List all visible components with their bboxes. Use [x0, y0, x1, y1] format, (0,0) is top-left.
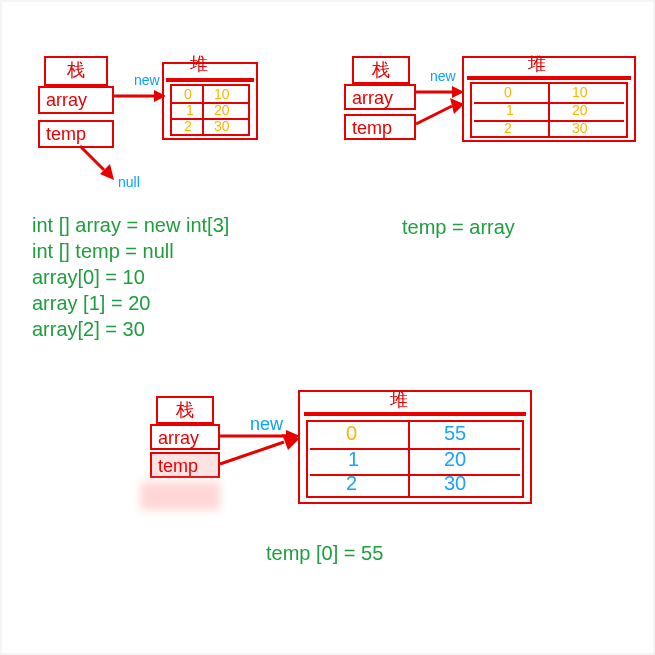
p2-heap-bar: [467, 76, 631, 80]
p2-stack-temp: temp: [344, 114, 416, 140]
p3-array-text: array: [158, 428, 199, 448]
code-2: int [] temp = null: [32, 240, 174, 263]
p2-h1: [474, 102, 624, 104]
p2-val0: 10: [572, 84, 588, 100]
p1-val0: 10: [214, 86, 230, 102]
code-4: array [1] = 20: [32, 292, 150, 315]
p1-heap-h1: [172, 102, 248, 104]
p1-stack-header-box: 栈: [44, 56, 108, 86]
p2-stack-header-box: 栈: [352, 56, 410, 84]
p3-val0: 55: [444, 422, 466, 445]
p1-val2: 30: [214, 118, 230, 134]
p1-idx0: 0: [184, 86, 192, 102]
p1-heap-obj: [170, 84, 250, 136]
p2-stack-label: 栈: [372, 60, 390, 80]
p1-heap-vline: [202, 84, 204, 136]
p3-arrow-temp: [218, 434, 300, 470]
p1-heap-bar: [166, 78, 254, 82]
p3-idx2: 2: [346, 472, 357, 495]
p1-arrow-new: [110, 88, 166, 104]
p2-stack-array: array: [344, 84, 416, 110]
svg-marker-5: [452, 86, 464, 98]
p3-heap-obj: [306, 420, 524, 498]
p3-idx1: 1: [348, 448, 359, 471]
p2-val1: 20: [572, 102, 588, 118]
p1-idx2: 2: [184, 118, 192, 134]
p3-val2: 30: [444, 472, 466, 495]
p3-h2: [310, 474, 520, 476]
p3-temp-text: temp: [158, 456, 198, 476]
svg-line-10: [220, 442, 284, 464]
p3-blur: [140, 482, 220, 510]
p3-heap-label: 堆: [390, 388, 408, 412]
p2-caption: temp = array: [402, 216, 515, 239]
p3-heap-bar: [304, 412, 526, 416]
p2-temp-text: temp: [352, 118, 392, 138]
p3-caption: temp [0] = 55: [266, 542, 383, 565]
p2-new-label: new: [430, 68, 456, 84]
p3-vline: [408, 420, 410, 498]
p1-stack-array: array: [38, 86, 114, 114]
code-1: int [] array = new int[3]: [32, 214, 229, 237]
p3-idx0: 0: [346, 422, 357, 445]
p3-stack-array: array: [150, 424, 220, 450]
stack-label: 栈: [67, 60, 85, 80]
p3-h1: [310, 448, 520, 450]
svg-line-2: [80, 146, 104, 170]
p2-val2: 30: [572, 120, 588, 136]
p2-idx1: 1: [506, 102, 514, 118]
p1-heap-label: 堆: [190, 52, 208, 76]
p1-idx1: 1: [186, 102, 194, 118]
p1-new-label: new: [134, 72, 160, 88]
p1-null-label: null: [118, 174, 140, 190]
p3-stack-label: 栈: [176, 400, 194, 420]
p3-val1: 20: [444, 448, 466, 471]
svg-line-6: [416, 106, 452, 124]
p2-idx2: 2: [504, 120, 512, 136]
array-text: array: [46, 90, 87, 110]
temp-text: temp: [46, 124, 86, 144]
code-5: array[2] = 30: [32, 318, 145, 341]
code-3: array[0] = 10: [32, 266, 145, 289]
p2-arrow-temp: [414, 98, 464, 128]
svg-marker-7: [450, 98, 464, 114]
p1-arrow-null: [74, 142, 118, 182]
p2-h2: [474, 120, 624, 122]
p3-stack-header-box: 栈: [156, 396, 214, 424]
p2-idx0: 0: [504, 84, 512, 100]
svg-marker-1: [154, 90, 166, 102]
p2-array-text: array: [352, 88, 393, 108]
p2-vline: [548, 82, 550, 138]
p3-stack-temp: temp: [150, 452, 220, 478]
diagram-panel: { "labels": { "stack": "栈", "heap": "堆",…: [2, 2, 653, 653]
svg-marker-11: [282, 434, 300, 450]
p1-val1: 20: [214, 102, 230, 118]
p2-heap-label: 堆: [528, 52, 546, 76]
